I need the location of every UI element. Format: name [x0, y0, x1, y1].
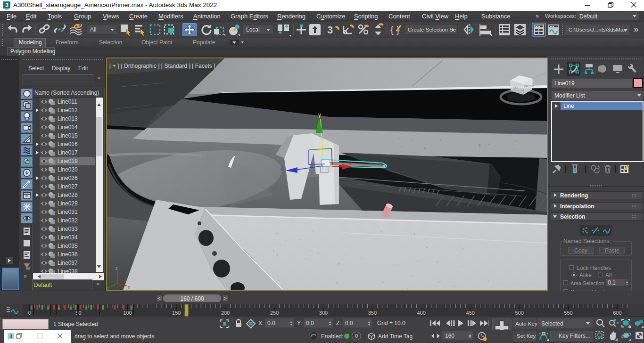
- svg-text:3: 3: [5, 2, 8, 8]
- svg-text:FRCNT: FRCNT: [524, 84, 535, 88]
- svg-text:600: 600: [613, 310, 621, 316]
- svg-text:400: 400: [417, 310, 426, 316]
- svg-text:x: x: [349, 161, 352, 166]
- svg-text:LEI: LEI: [513, 86, 518, 90]
- svg-text:50: 50: [75, 310, 81, 316]
- svg-text:550: 550: [564, 310, 572, 316]
- svg-text:0: 0: [28, 310, 31, 316]
- svg-text:100: 100: [123, 310, 132, 316]
- svg-text:x: x: [128, 285, 130, 290]
- svg-text:350: 350: [368, 310, 377, 316]
- svg-text:250: 250: [270, 310, 279, 316]
- svg-text:200: 200: [221, 310, 230, 316]
- svg-text:500: 500: [515, 310, 523, 316]
- svg-text:3: 3: [327, 24, 333, 36]
- svg-text:z: z: [281, 165, 283, 171]
- svg-text:{: {: [390, 24, 394, 35]
- svg-text:3: 3: [9, 334, 12, 339]
- svg-text:150: 150: [172, 310, 181, 316]
- svg-text:[ + ] [ Orthographic ] [ Stand: [ + ] [ Orthographic ] [ Standard ] [ Fa…: [109, 63, 215, 69]
- svg-text:300: 300: [319, 310, 328, 316]
- svg-text:z: z: [116, 266, 118, 271]
- svg-text:y: y: [318, 112, 321, 118]
- svg-text:450: 450: [466, 310, 475, 316]
- svg-text:y: y: [107, 285, 109, 290]
